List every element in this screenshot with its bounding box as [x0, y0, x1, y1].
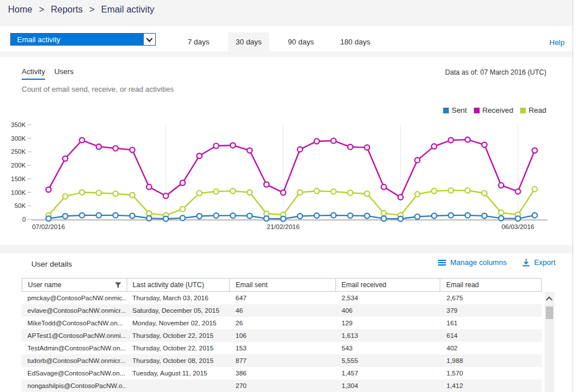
data-point-sent	[147, 216, 152, 221]
data-point-read	[482, 190, 487, 195]
data-point-read	[79, 190, 84, 195]
data-point-sent	[331, 213, 336, 218]
data-point-read	[180, 206, 185, 211]
data-point-read	[331, 189, 336, 194]
cell-user: MikeTodd@ContosoPacNW.on...	[22, 317, 127, 329]
cell-user: pmckay@ContosoPacNW.onmic...	[22, 292, 127, 304]
svg-text:250K: 250K	[11, 148, 26, 155]
cell-email-sent: 153	[230, 342, 336, 354]
breadcrumb-home[interactable]: Home	[8, 5, 33, 14]
column-header-user-name[interactable]: User name	[22, 279, 127, 291]
toolbar: Email activity 7 days 30 days 90 days 18…	[0, 26, 576, 51]
data-point-received	[498, 183, 504, 188]
scroll-up-icon[interactable]	[546, 296, 552, 303]
cell-last-activity-date: Thursday, October 22, 2015	[127, 329, 230, 342]
tab-90-days[interactable]: 90 days	[281, 32, 322, 51]
column-header-email-sent[interactable]: Email sent	[230, 279, 336, 291]
cell-email-sent: 106	[230, 329, 336, 342]
cell-email-sent: 647	[230, 292, 336, 304]
column-header-email-received[interactable]: Email received	[336, 279, 441, 291]
data-point-sent	[364, 213, 370, 218]
data-point-read	[448, 188, 453, 193]
data-point-received	[163, 193, 168, 198]
data-point-sent	[482, 213, 487, 218]
help-link[interactable]: Help	[549, 38, 565, 47]
data-point-sent	[398, 217, 403, 222]
column-header-last-activity-date-utc-[interactable]: Last activity date (UTC)	[127, 279, 230, 291]
tab-activity[interactable]: Activity	[22, 67, 45, 80]
data-point-sent	[298, 214, 303, 219]
cell-email-received: 406	[336, 304, 441, 317]
tab-30-days[interactable]: 30 days	[228, 32, 269, 51]
table-row: tudorb@ContosoPacNW.onmicr...Thursday, O…	[22, 354, 542, 367]
cell-last-activity-date: Thursday, October 22, 2015	[127, 342, 230, 354]
breadcrumb-reports[interactable]: Reports	[51, 5, 83, 14]
series-line-received	[48, 140, 535, 197]
legend-item-sent: Sent	[443, 106, 467, 115]
data-point-received	[247, 148, 252, 153]
column-header-email-read[interactable]: Email read	[440, 279, 541, 291]
legend-label: Sent	[452, 106, 467, 115]
data-point-received	[281, 190, 286, 195]
report-select-value: Email activity	[11, 35, 143, 44]
data-point-sent	[247, 213, 252, 218]
activity-report-card: Activity Users Data as of: 07 March 2016…	[0, 57, 576, 245]
report-type-select[interactable]: Email activity	[10, 33, 156, 46]
data-point-received	[214, 143, 219, 148]
data-point-received	[448, 138, 453, 143]
cell-email-received: 2,534	[336, 292, 441, 304]
data-point-received	[79, 138, 84, 143]
data-point-sent	[163, 217, 168, 222]
data-point-received	[331, 138, 336, 143]
data-point-read	[298, 190, 303, 195]
data-point-sent	[130, 213, 135, 218]
tab-180-days[interactable]: 180 days	[332, 32, 378, 51]
table-scrollbar[interactable]	[545, 292, 554, 392]
scrollbar-thumb[interactable]	[546, 307, 553, 319]
svg-text:50K: 50K	[14, 202, 26, 209]
data-point-sent	[448, 213, 453, 218]
tab-7-days[interactable]: 7 days	[180, 32, 217, 51]
breadcrumb-current-page: Email activity	[101, 5, 154, 14]
cell-email-sent: 46	[230, 304, 336, 317]
cell-email-sent: 877	[230, 354, 336, 367]
tab-users[interactable]: Users	[54, 67, 74, 80]
filter-icon[interactable]	[115, 282, 121, 288]
manage-columns-button[interactable]: Manage columns	[438, 258, 506, 267]
data-point-read	[96, 190, 102, 195]
data-point-sent	[516, 216, 521, 221]
cell-email-read: 1,412	[441, 379, 542, 392]
data-point-received	[197, 153, 202, 158]
legend-label: Received	[482, 106, 513, 115]
data-point-sent	[382, 216, 387, 221]
cell-email-sent: 386	[230, 367, 336, 379]
export-button[interactable]: Export	[522, 258, 555, 267]
cell-last-activity-date: Monday, November 02, 2015	[127, 317, 230, 329]
data-point-read	[113, 191, 118, 196]
table-row: evlave@ContosoPacNW.onmicr...Saturday, D…	[22, 304, 542, 317]
column-header-label: Last activity date (UTC)	[133, 281, 204, 289]
manage-columns-label: Manage columns	[450, 258, 506, 267]
data-point-received	[314, 138, 319, 144]
column-header-label: User name	[28, 281, 62, 289]
data-point-received	[230, 143, 236, 148]
data-point-read	[532, 186, 537, 191]
data-point-read	[382, 211, 387, 216]
cell-email-received: 543	[336, 342, 441, 354]
cell-user: EdSavage@ContosoPacNW.on...	[22, 367, 127, 379]
data-point-sent	[63, 214, 68, 219]
data-point-sent	[113, 213, 118, 218]
data-point-received	[180, 180, 185, 185]
cell-last-activity-date	[127, 379, 230, 392]
legend-swatch-icon	[520, 108, 526, 113]
data-point-received	[415, 158, 420, 163]
cell-email-sent: 26	[230, 317, 336, 329]
cell-email-sent: 270	[230, 379, 336, 392]
cell-user: evlave@ContosoPacNW.onmicr...	[22, 304, 127, 317]
cell-email-read: 161	[441, 317, 542, 329]
data-point-read	[214, 189, 219, 194]
data-point-read	[498, 210, 504, 215]
data-point-sent	[214, 213, 219, 218]
chart-subtitle: Count of email send, receive, or read ac…	[22, 85, 174, 93]
data-point-sent	[498, 216, 504, 221]
